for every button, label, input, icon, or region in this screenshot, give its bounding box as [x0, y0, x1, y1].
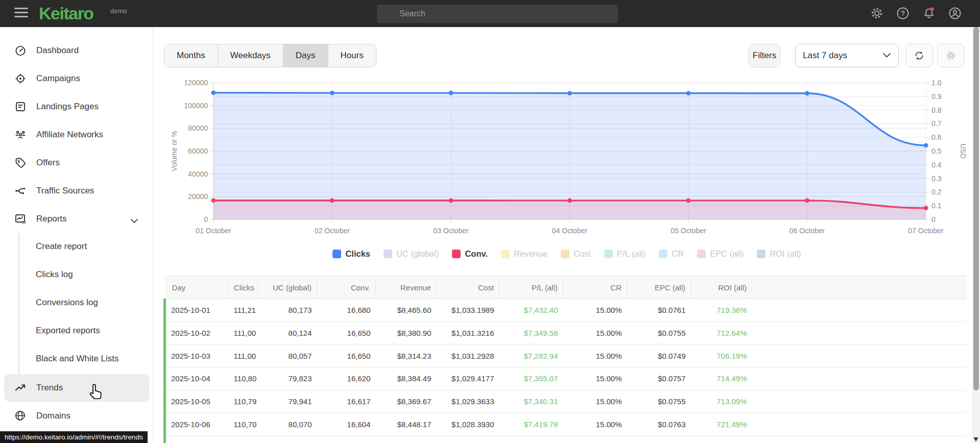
table-cell: 80,070: [258, 413, 317, 436]
legend-item[interactable]: ROI (all): [757, 249, 801, 259]
table-cell-filler: [752, 436, 967, 443]
legend-item[interactable]: CR: [659, 249, 684, 259]
tab-months[interactable]: Months: [164, 44, 218, 67]
table-row[interactable]: 2025-10-02111,0080,12416,650$8,380.90$1,…: [165, 322, 967, 344]
column-header[interactable]: UC (global): [258, 276, 317, 299]
table-cell: 16,650: [317, 322, 376, 344]
chevron-down-icon[interactable]: [130, 216, 138, 226]
column-header[interactable]: P/L (all): [499, 276, 563, 299]
help-icon[interactable]: ?: [896, 7, 910, 20]
tab-hours[interactable]: Hours: [328, 44, 376, 67]
table-row[interactable]: 2025-10-01111,2180,17316,680$8,465.60$1,…: [165, 299, 967, 322]
sidebar-subitem-exported-reports[interactable]: Exported reports: [36, 325, 100, 337]
table-cell: 111,21: [229, 299, 258, 322]
svg-text:04 October: 04 October: [552, 227, 588, 235]
table-cell: 79,823: [258, 367, 317, 390]
column-header[interactable]: CR: [563, 276, 627, 299]
table-row[interactable]: 2025-10-04110,8079,82316,620$8,384.49$1,…: [165, 367, 967, 390]
column-header[interactable]: Clicks: [229, 276, 258, 299]
menu-toggle-icon[interactable]: [14, 8, 30, 19]
legend-label: UC (global): [396, 249, 439, 259]
sidebar-item-offers[interactable]: $ Offers: [0, 149, 153, 177]
sidebar-item-landings-pages[interactable]: Landings Pages: [0, 93, 153, 120]
tab-weekdays[interactable]: Weekdays: [218, 44, 283, 67]
legend-item[interactable]: UC (global): [384, 249, 439, 259]
table-cell: 80,124: [258, 322, 317, 344]
sidebar-item-dashboard[interactable]: Dashboard: [0, 37, 153, 64]
legend-item[interactable]: Conv.: [452, 249, 488, 259]
sidebar-item-domains[interactable]: Domains: [0, 402, 153, 430]
sidebar-item-label: Dashboard: [36, 45, 79, 56]
legend-label: ROI (all): [770, 249, 801, 259]
column-header[interactable]: EPC (all): [627, 276, 691, 299]
table-cell: $0.0763: [627, 413, 691, 436]
date-range-select[interactable]: Last 7 days: [795, 44, 899, 67]
chart-settings-button[interactable]: [937, 44, 965, 67]
table-cell: $0.0755: [627, 390, 691, 413]
legend-item[interactable]: Revenue: [501, 249, 547, 259]
tab-days[interactable]: Days: [283, 44, 328, 67]
sidebar-item-campaigns[interactable]: Campaigns: [0, 65, 153, 92]
sidebar-item-label: Landings Pages: [36, 102, 99, 112]
svg-text:0.1: 0.1: [931, 202, 942, 210]
svg-text:USD: USD: [959, 143, 967, 159]
legend-item[interactable]: EPC (all): [697, 249, 744, 259]
sidebar-item-trends[interactable]: Trends: [0, 374, 153, 402]
refresh-button[interactable]: [905, 44, 933, 67]
settings-gear-icon[interactable]: [870, 7, 883, 20]
table-cell: $0.0757: [627, 367, 691, 390]
legend-swatch: [501, 250, 510, 258]
sidebar-item-affiliate-networks[interactable]: Affiliate Networks: [0, 121, 153, 149]
filters-button[interactable]: Filters: [749, 44, 780, 67]
table-cell: $3,576.25: [499, 436, 563, 443]
column-header[interactable]: Conv.: [317, 276, 376, 299]
column-header[interactable]: Revenue: [376, 276, 437, 299]
table-body: 2025-10-01111,2180,17316,680$8,465.60$1,…: [165, 299, 967, 443]
environment-label: demo: [110, 7, 127, 15]
svg-text:60000: 60000: [188, 147, 208, 155]
domains-globe-icon: [14, 410, 27, 422]
search-input[interactable]: [377, 5, 618, 23]
table-cell: 15.00%: [563, 299, 627, 322]
legend-item[interactable]: Cost: [561, 249, 591, 259]
table-row[interactable]: 2025-10-06110,7080,07016,604$8,448.17$1,…: [165, 413, 967, 436]
sidebar-item-label: Campaigns: [36, 73, 80, 84]
scrollbar-thumb[interactable]: [973, 27, 979, 390]
table-row[interactable]: 2025-10-03111,0080,05716,650$8,314.23$1,…: [165, 344, 967, 367]
table-cell: 2025-10-05: [165, 390, 229, 413]
table-cell: 16,680: [317, 299, 376, 322]
svg-text:0.8: 0.8: [931, 106, 942, 114]
scroll-corner-marker: [973, 437, 978, 441]
user-account-icon[interactable]: [948, 7, 962, 20]
table-cell: $0.0741: [627, 436, 691, 443]
sidebar-subitem-black-and-white-lists[interactable]: Black and White Lists: [36, 353, 119, 365]
table-cell-filler: [752, 413, 967, 436]
table-cell: 16,620: [317, 367, 376, 390]
column-header[interactable]: ROI (all): [691, 276, 752, 299]
legend-item[interactable]: P/L (all): [604, 249, 646, 259]
app-window: Keitaro demo ? Dashboard: [0, 0, 980, 443]
view-tabs: Months Weekdays Days Hours: [164, 44, 376, 67]
sidebar-subitem-clicks-log[interactable]: Clicks log: [36, 268, 73, 281]
sidebar-subitem-conversions-log[interactable]: Conversions log: [36, 297, 98, 309]
submenu-guide-line: [18, 234, 19, 374]
legend-item[interactable]: Clicks: [332, 249, 370, 259]
table-cell: 16,650: [317, 344, 376, 367]
sidebar-item-traffic-sources[interactable]: Traffic Sources: [0, 177, 153, 205]
column-header[interactable]: Cost: [437, 276, 499, 299]
table-row[interactable]: 2025-10-05110,7979,94116,617$8,369.67$1,…: [165, 390, 967, 413]
svg-text:03 October: 03 October: [433, 227, 469, 235]
sidebar-subitem-create-report[interactable]: Create report: [36, 240, 87, 253]
svg-text:40000: 40000: [188, 170, 208, 178]
trends-icon: [14, 382, 27, 394]
sidebar-item-label: Affiliate Networks: [36, 130, 103, 140]
column-header[interactable]: Day: [165, 276, 229, 299]
legend-label: Revenue: [514, 249, 547, 259]
traffic-sources-split-icon: [14, 185, 27, 197]
gear-icon: [946, 51, 956, 61]
legend-swatch: [384, 250, 392, 258]
table-cell: 16,604: [317, 413, 376, 436]
table-row[interactable]: 2025-10-0755,2444,4778,286$4,093.94$517.…: [165, 436, 967, 443]
refresh-icon: [913, 50, 925, 62]
notifications-bell-icon[interactable]: [922, 7, 936, 20]
